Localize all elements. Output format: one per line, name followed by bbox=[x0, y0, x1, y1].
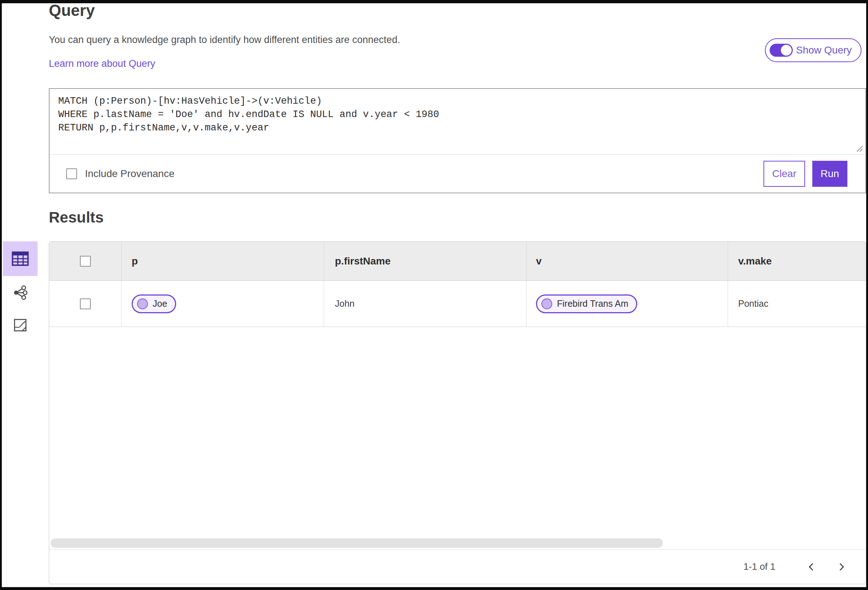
row-checkbox-cell bbox=[49, 281, 121, 327]
query-code-editor[interactable]: MATCH (p:Person)-[hv:HasVehicle]->(v:Veh… bbox=[50, 89, 865, 154]
page-description: You can query a knowledge graph to ident… bbox=[49, 34, 400, 46]
entity-icon bbox=[542, 299, 552, 309]
tab-table-view[interactable] bbox=[3, 241, 38, 276]
entity-icon bbox=[137, 299, 148, 309]
column-label: v.make bbox=[738, 255, 772, 267]
include-provenance-checkbox[interactable] bbox=[66, 168, 77, 179]
results-table: p p.firstName v v.make Joe John Firebird… bbox=[49, 241, 866, 584]
cell-value: John bbox=[335, 299, 354, 309]
column-label: p bbox=[131, 255, 138, 267]
entity-pill-vehicle[interactable]: Firebird Trans Am bbox=[536, 294, 637, 313]
scrollbar-thumb[interactable] bbox=[51, 539, 663, 548]
page-title: Query bbox=[49, 1, 95, 19]
map-view-icon bbox=[13, 318, 28, 333]
row-checkbox[interactable] bbox=[80, 299, 91, 309]
header-checkbox-cell bbox=[49, 242, 121, 280]
entity-label: Firebird Trans Am bbox=[557, 299, 628, 309]
entity-pill-person[interactable]: Joe bbox=[131, 294, 176, 313]
toggle-switch-icon[interactable] bbox=[770, 44, 793, 57]
cell-p: Joe bbox=[121, 281, 324, 327]
column-label: v bbox=[536, 255, 542, 267]
select-all-checkbox[interactable] bbox=[80, 256, 91, 266]
cell-value: Pontiac bbox=[738, 299, 768, 309]
graph-view-icon bbox=[12, 284, 28, 301]
header-cell-v-make[interactable]: v.make bbox=[728, 242, 866, 280]
include-provenance-label: Include Provenance bbox=[85, 168, 175, 180]
tab-graph-view[interactable] bbox=[3, 279, 38, 306]
header-cell-v[interactable]: v bbox=[527, 242, 728, 280]
table-footer: 1-1 of 1 bbox=[49, 549, 866, 584]
cell-v-make: Pontiac bbox=[728, 281, 866, 327]
toggle-knob bbox=[781, 45, 792, 56]
header-cell-p-firstname[interactable]: p.firstName bbox=[324, 242, 527, 280]
cell-p-firstname: John bbox=[324, 281, 527, 327]
results-title: Results bbox=[49, 209, 104, 226]
table-row: Joe John Firebird Trans Am Pontiac bbox=[49, 281, 866, 327]
table-empty-area bbox=[49, 327, 866, 537]
column-label: p.firstName bbox=[335, 255, 391, 267]
chevron-left-icon bbox=[806, 562, 816, 572]
show-query-label: Show Query bbox=[796, 44, 852, 56]
learn-more-link[interactable]: Learn more about Query bbox=[49, 58, 155, 69]
table-view-icon bbox=[10, 249, 30, 268]
resize-handle-icon[interactable] bbox=[855, 144, 864, 153]
run-button[interactable]: Run bbox=[812, 161, 847, 187]
chevron-right-icon bbox=[836, 562, 846, 572]
next-page-button[interactable] bbox=[830, 556, 852, 578]
cell-v: Firebird Trans Am bbox=[527, 281, 728, 327]
query-panel-footer: Include Provenance Clear Run bbox=[50, 154, 865, 193]
header-cell-p[interactable]: p bbox=[121, 242, 324, 280]
horizontal-scrollbar bbox=[49, 537, 866, 549]
query-panel: MATCH (p:Person)-[hv:HasVehicle]->(v:Veh… bbox=[49, 88, 866, 193]
show-query-toggle[interactable]: Show Query bbox=[765, 38, 862, 62]
clear-button[interactable]: Clear bbox=[763, 161, 805, 187]
table-header-row: p p.firstName v v.make bbox=[49, 242, 866, 281]
tab-map-view[interactable] bbox=[3, 312, 38, 339]
previous-page-button[interactable] bbox=[801, 556, 822, 578]
entity-label: Joe bbox=[153, 299, 167, 309]
pagination-range: 1-1 of 1 bbox=[744, 561, 775, 572]
